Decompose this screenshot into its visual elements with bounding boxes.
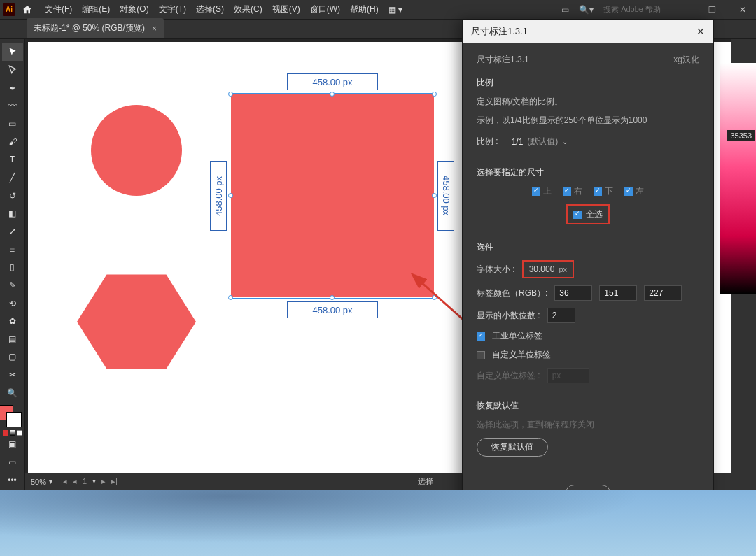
dialog-title: 尺寸标注1.3.1 (471, 25, 528, 38)
selection-handle[interactable] (432, 295, 437, 300)
left-toolbar: ✒ 〰 ▭ 🖌 T ╱ ↺ ◧ ⤢ ≡ ▯ ✎ ⟲ ✿ ▤ ▢ ✂ 🔍 (0, 39, 25, 490)
background-swatch[interactable] (6, 412, 22, 427)
dimension-annotation-dialog: 尺寸标注1.3.1 ✕ 尺寸标注1.3.1 xg汉化 比例 定义图稿/文档的比例… (462, 20, 714, 537)
color-swatches[interactable] (2, 402, 23, 426)
zoom-value: 50% (31, 478, 46, 486)
artboard-tool[interactable]: ▢ (2, 348, 23, 366)
select-dim-title: 选择要指定的尺寸 (477, 166, 699, 178)
eraser-tool[interactable]: ◧ (2, 205, 23, 222)
gradient-tool[interactable]: ▯ (2, 259, 23, 276)
screen-mode-icon[interactable]: ▭ (2, 454, 23, 471)
menu-type[interactable]: 文字(T) (155, 1, 190, 18)
close-icon[interactable]: × (152, 24, 157, 34)
scale-desc-1: 定义图稿/文档的比例。 (477, 96, 699, 108)
menu-file[interactable]: 文件(F) (41, 1, 76, 18)
selection-handle[interactable] (228, 92, 233, 97)
label-color-g[interactable] (599, 285, 637, 301)
dialog-titlebar[interactable]: 尺寸标注1.3.1 ✕ (463, 20, 713, 43)
dimension-label-top: 458.00 px (287, 73, 378, 90)
dialog-close-button[interactable]: ✕ (696, 26, 705, 37)
dim-bottom-checkbox[interactable]: 下 (594, 185, 613, 197)
menu-window[interactable]: 窗口(W) (306, 1, 344, 18)
paintbrush-tool[interactable]: 🖌 (2, 133, 23, 150)
chevron-down-icon: ▾ (92, 477, 96, 486)
graph-tool[interactable]: ▤ (2, 331, 23, 348)
rotate-tool[interactable]: ↺ (2, 187, 23, 204)
label-color-b[interactable] (644, 285, 682, 301)
dimension-label-right: 458.00 px (438, 161, 454, 231)
decimals-input[interactable] (547, 308, 575, 323)
type-tool[interactable]: T (2, 151, 23, 169)
selection-handle[interactable] (228, 193, 233, 198)
last-page-icon[interactable]: ▸| (111, 477, 118, 486)
share-icon[interactable]: ▭ (561, 5, 569, 15)
selected-square[interactable] (231, 94, 434, 297)
edit-toolbar-icon[interactable]: ••• (2, 471, 23, 489)
home-icon[interactable] (21, 3, 34, 16)
menu-effect[interactable]: 效果(C) (230, 1, 267, 18)
custom-unit-field-label: 自定义单位标签 : (477, 370, 540, 382)
window-minimize-button[interactable]: — (671, 5, 692, 15)
selection-handle[interactable] (432, 92, 437, 97)
document-tab[interactable]: 未标题-1* @ 50% (RGB/预览) × (27, 18, 164, 38)
selection-tool[interactable] (2, 43, 23, 61)
menu-select[interactable]: 选择(S) (192, 1, 228, 18)
artboard-pager[interactable]: |◂ ◂ 1 ▾ ▸ ▸| (61, 477, 118, 486)
app-logo-icon: Ai (3, 3, 15, 16)
eyedropper-tool[interactable]: ✎ (2, 277, 23, 294)
search-icon[interactable]: 🔍▾ (579, 5, 594, 15)
circle-shape[interactable] (91, 105, 182, 196)
chevron-down-icon: ⌄ (562, 138, 568, 145)
selection-handle[interactable] (432, 193, 437, 198)
menu-help[interactable]: 帮助(H) (346, 1, 383, 18)
scale-default: (默认值) (527, 136, 558, 148)
custom-unit-input (547, 368, 589, 383)
slice-tool[interactable]: ✂ (2, 366, 23, 384)
zoom-tool[interactable]: 🔍 (2, 384, 23, 401)
curvature-tool[interactable]: 〰 (2, 97, 23, 115)
restore-hint: 选择此选项，直到确保程序关闭 (477, 419, 699, 431)
document-tab-title: 未标题-1* @ 50% (RGB/预览) (34, 22, 145, 34)
menu-edit[interactable]: 编辑(E) (78, 1, 114, 18)
symbol-tool[interactable]: ✿ (2, 313, 23, 330)
hexagon-shape[interactable] (77, 269, 196, 374)
color-panel-value: 35353 (727, 130, 755, 141)
restore-defaults-button[interactable]: 恢复默认值 (477, 438, 548, 457)
select-all-checkbox[interactable] (573, 211, 582, 219)
color-mode-strip[interactable] (3, 430, 22, 436)
label-color-r[interactable] (554, 285, 592, 301)
scale-desc-2: 示例，以1/4比例显示的250个单位显示为1000 (477, 115, 699, 127)
industrial-unit-checkbox[interactable]: 工业单位标签 (477, 330, 699, 342)
workspace-switcher-icon[interactable]: ▦ ▾ (384, 2, 407, 17)
selection-handle[interactable] (330, 295, 335, 300)
selection-handle[interactable] (330, 92, 335, 97)
menu-object[interactable]: 对象(O) (115, 1, 153, 18)
first-page-icon[interactable]: |◂ (61, 477, 67, 486)
font-size-value[interactable]: 30.000 (529, 264, 555, 274)
window-close-button[interactable]: ✕ (732, 5, 753, 15)
blend-tool[interactable]: ⟲ (2, 294, 23, 312)
options-title: 选件 (477, 241, 699, 253)
zoom-control[interactable]: 50%▾ (31, 478, 52, 486)
app-frame: Ai 文件(F) 编辑(E) 对象(O) 文字(T) 选择(S) 效果(C) 视… (0, 0, 756, 490)
draw-mode-icon[interactable]: ▣ (2, 436, 23, 453)
width-tool[interactable]: ≡ (2, 241, 23, 258)
search-placeholder: 搜索 Adobe 帮助 (603, 4, 661, 15)
color-panel-gradient[interactable] (720, 63, 756, 294)
custom-unit-checkbox[interactable]: 自定义单位标签 (477, 349, 699, 361)
dim-right-checkbox[interactable]: 右 (563, 185, 582, 197)
scale-tool[interactable]: ⤢ (2, 223, 23, 241)
direct-selection-tool[interactable] (2, 62, 23, 79)
scale-select[interactable]: 1/1 (默认值) ⌄ (505, 134, 575, 150)
rectangle-tool[interactable]: ▭ (2, 115, 23, 133)
prev-page-icon[interactable]: ◂ (73, 477, 77, 486)
window-restore-button[interactable]: ❐ (701, 5, 722, 15)
line-tool[interactable]: ╱ (2, 169, 23, 187)
next-page-icon[interactable]: ▸ (102, 477, 106, 486)
dim-left-checkbox[interactable]: 左 (624, 185, 644, 197)
menu-view[interactable]: 视图(V) (268, 1, 304, 18)
dim-top-checkbox[interactable]: 上 (532, 185, 552, 197)
selection-handle[interactable] (228, 295, 233, 300)
pen-tool[interactable]: ✒ (2, 79, 23, 97)
scale-label: 比例 : (477, 136, 498, 148)
